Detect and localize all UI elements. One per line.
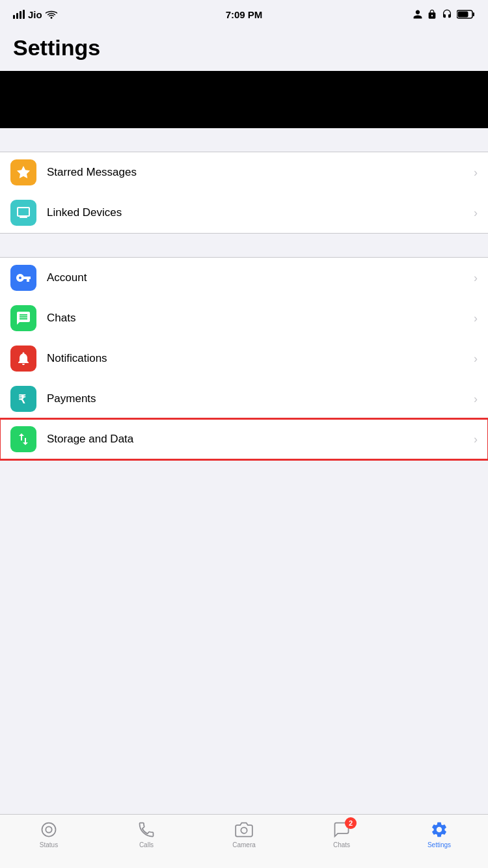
chats-icon	[10, 305, 36, 331]
tab-settings-label: Settings	[427, 841, 451, 848]
tab-chats-icon-wrap: 2	[332, 820, 351, 839]
rupee-icon: ₹	[16, 391, 31, 407]
starred-messages-chevron: ›	[474, 166, 478, 180]
row-payments[interactable]: ₹ Payments ›	[0, 379, 488, 419]
tab-status[interactable]: Status	[0, 820, 98, 848]
tab-settings-icon-wrap	[429, 820, 449, 839]
row-account[interactable]: Account ›	[0, 258, 488, 298]
person-icon	[413, 9, 423, 20]
tab-calls[interactable]: Calls	[98, 820, 195, 848]
row-linked-devices[interactable]: Linked Devices ›	[0, 193, 488, 233]
page-title-section: Settings	[0, 29, 488, 71]
camera-tab-icon	[235, 821, 253, 839]
payments-chevron: ›	[474, 392, 478, 406]
storage-icon	[10, 426, 36, 452]
status-tab-icon	[40, 821, 58, 839]
svg-rect-6	[458, 12, 468, 18]
star-icon	[16, 165, 31, 180]
tab-chats[interactable]: 2 Chats	[293, 820, 390, 848]
status-time: 7:09 PM	[226, 9, 263, 20]
wifi-icon	[46, 10, 57, 19]
bell-icon	[16, 351, 31, 366]
row-starred-messages[interactable]: Starred Messages ›	[0, 152, 488, 193]
status-left: Jio	[13, 9, 57, 20]
settings-section-1: Starred Messages › Linked Devices ›	[0, 152, 488, 234]
settings-tab-icon	[430, 821, 448, 839]
tab-camera-label: Camera	[232, 841, 256, 848]
account-icon	[10, 265, 36, 291]
svg-point-9	[46, 826, 51, 832]
account-chevron: ›	[474, 271, 478, 285]
chats-chevron: ›	[474, 312, 478, 325]
starred-messages-icon	[10, 159, 36, 185]
tab-bar: Status Calls Camera 2 Chats	[0, 814, 488, 868]
main-content: Settings Starred Messages › Linked Devic…	[0, 29, 488, 519]
payments-label: Payments	[47, 392, 474, 405]
tab-calls-label: Calls	[139, 841, 154, 848]
row-storage-and-data[interactable]: Storage and Data ›	[0, 419, 488, 459]
tab-status-icon-wrap	[39, 820, 59, 839]
notifications-icon	[10, 346, 36, 372]
chats-label: Chats	[47, 312, 474, 325]
svg-point-8	[42, 823, 56, 837]
chat-icon	[16, 310, 31, 326]
notifications-chevron: ›	[474, 352, 478, 366]
linked-devices-label: Linked Devices	[47, 206, 474, 219]
chats-badge: 2	[345, 817, 357, 829]
section-gap-2	[0, 234, 488, 257]
row-notifications[interactable]: Notifications ›	[0, 338, 488, 379]
carrier-name: Jio	[28, 9, 42, 20]
tab-calls-icon-wrap	[137, 820, 156, 839]
section-gap-1	[0, 128, 488, 152]
tab-camera-icon-wrap	[234, 820, 254, 839]
row-chats[interactable]: Chats ›	[0, 298, 488, 338]
storage-and-data-label: Storage and Data	[47, 433, 474, 446]
svg-rect-2	[20, 11, 21, 19]
svg-rect-5	[473, 12, 475, 16]
tab-status-label: Status	[40, 841, 58, 848]
settings-section-2: Account › Chats › Notifications ›	[0, 257, 488, 460]
svg-rect-3	[23, 10, 25, 19]
monitor-icon	[16, 205, 31, 221]
linked-devices-chevron: ›	[474, 206, 478, 220]
notifications-label: Notifications	[47, 352, 474, 365]
svg-point-10	[241, 828, 247, 834]
svg-text:₹: ₹	[18, 393, 26, 406]
profile-banner[interactable]	[0, 71, 488, 128]
payments-icon: ₹	[10, 386, 36, 412]
linked-devices-icon	[10, 200, 36, 226]
storage-arrows-icon	[16, 431, 31, 447]
account-label: Account	[47, 271, 474, 284]
headphone-icon	[441, 9, 453, 20]
key-icon	[16, 270, 31, 286]
starred-messages-label: Starred Messages	[47, 166, 474, 179]
calls-tab-icon	[137, 821, 156, 839]
battery-icon	[457, 10, 475, 19]
signal-icon	[13, 10, 25, 19]
tab-chats-label: Chats	[333, 841, 350, 848]
tab-camera[interactable]: Camera	[195, 820, 293, 848]
page-heading: Settings	[13, 35, 475, 61]
storage-and-data-chevron: ›	[474, 433, 478, 446]
status-bar: Jio 7:09 PM	[0, 0, 488, 29]
tab-settings[interactable]: Settings	[390, 820, 488, 848]
status-right	[413, 9, 475, 20]
svg-rect-0	[13, 15, 15, 19]
svg-rect-1	[16, 13, 18, 19]
lock-icon	[427, 9, 437, 20]
